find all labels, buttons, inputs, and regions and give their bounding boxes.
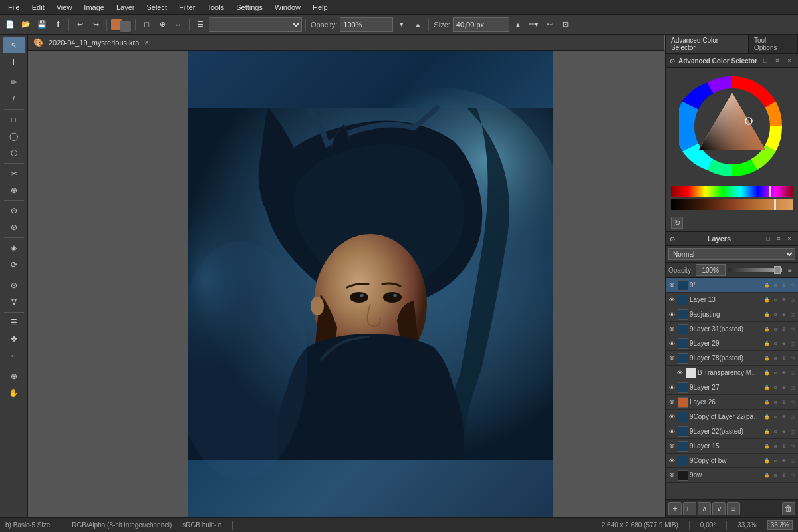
tool-zoom[interactable]: ☰ [3, 315, 25, 331]
tool-eyedropper[interactable]: ◈ [3, 240, 25, 256]
layer-item[interactable]: 👁 9adjusting 🔒 α ⊕ ◻ [666, 307, 798, 322]
tool-ellipse[interactable]: ◯ [3, 128, 25, 144]
layer-eye-1[interactable]: 👁 [667, 281, 676, 290]
layer-item[interactable]: 👁 Layer 26 🔒 α ⊕ ◻ [666, 395, 798, 410]
save-button[interactable]: 💾 [35, 17, 49, 32]
layer-eye-10[interactable]: 👁 [667, 412, 676, 422]
layer-mask-1[interactable]: ◻ [789, 281, 797, 289]
redo-button[interactable]: ↪ [88, 17, 103, 32]
panel-settings-btn[interactable]: ≡ [773, 56, 782, 65]
layer-item[interactable]: 👁 9Copy of Layer 22(pasted) 🔒 α ⊕ ◻ [666, 410, 798, 424]
layer-item[interactable]: 👁 9Layer 15 🔒 α ⊕ ◻ [666, 439, 798, 454]
tab-color-selector[interactable]: Advanced Color Selector [666, 35, 749, 53]
tool-select[interactable]: ↖ [3, 37, 25, 53]
layer-mask-2[interactable]: ◻ [789, 296, 797, 304]
layers-blend-select[interactable]: Normal Multiply Screen [668, 248, 795, 260]
delete-layer-btn[interactable]: 🗑 [782, 502, 795, 515]
menu-layer[interactable]: Layer [111, 2, 140, 13]
tool-crop[interactable]: ⊕ [3, 182, 25, 198]
tab-tool-options[interactable]: Tool: Options [749, 35, 798, 53]
color-wheel-container[interactable] [666, 68, 798, 185]
canvas-close-button[interactable]: × [144, 38, 149, 47]
eraser-btn[interactable]: ◻ [139, 17, 154, 32]
layer-eye-4[interactable]: 👁 [667, 325, 676, 334]
layer-eye-9[interactable]: 👁 [667, 398, 676, 407]
layer-eye-13[interactable]: 👁 [667, 456, 676, 466]
mirror-btn[interactable]: ↔ [171, 17, 186, 32]
layer-item[interactable]: 👁 9Layer 22(pasted) 🔒 α ⊕ ◻ [666, 424, 798, 439]
layer-pass-2[interactable]: ⊕ [780, 296, 788, 304]
tool-transform[interactable]: ✂ [3, 166, 25, 182]
layer-item[interactable]: 👁 9Layer 31(pasted) 🔒 α ⊕ ◻ [666, 322, 798, 336]
layer-pass-1[interactable]: ⊕ [780, 281, 788, 289]
panel-close-btn[interactable]: × [785, 56, 794, 65]
layer-item[interactable]: 👁 9Layer 27 🔒 α ⊕ ◻ [666, 380, 798, 395]
new-button[interactable]: 📄 [3, 17, 17, 32]
add-layer-btn[interactable]: + [668, 502, 682, 515]
tool-measure[interactable]: ∇ [3, 294, 25, 310]
brush-preset-btn[interactable]: ☰ [193, 17, 207, 32]
layer-eye-6[interactable]: 👁 [667, 354, 676, 363]
layer-item[interactable]: 👁 Layer 13 🔒 α ⊕ ◻ [666, 293, 798, 307]
tool-line[interactable]: / [3, 91, 25, 107]
opacity-input[interactable] [340, 17, 393, 32]
pen-pressure[interactable]: ✏▾ [527, 17, 541, 32]
tool-pan[interactable]: ✥ [3, 331, 25, 347]
tool-text[interactable]: T [3, 54, 25, 70]
menu-settings[interactable]: Settings [231, 2, 268, 13]
tool-gradient[interactable]: ⊘ [3, 219, 25, 235]
layer-eye-14[interactable]: 👁 [667, 471, 676, 480]
tool-freehand[interactable]: ✏ [3, 74, 25, 90]
duplicate-layer-btn[interactable]: ≡ [727, 502, 740, 515]
open-button[interactable]: 📂 [19, 17, 33, 32]
tool-polygon[interactable]: ⬡ [3, 145, 25, 161]
tool-hand[interactable]: ✋ [3, 385, 25, 401]
size-up[interactable]: ▲ [511, 17, 525, 32]
undo-button[interactable]: ↩ [72, 17, 87, 32]
menu-view[interactable]: View [51, 2, 78, 13]
tool-rotate[interactable]: ↔ [3, 348, 25, 364]
color-wheel-svg[interactable] [679, 73, 785, 180]
tool-smart-patch[interactable]: ⟳ [3, 257, 25, 273]
layer-item[interactable]: 👁 9Layer 29 🔒 α ⊕ ◻ [666, 336, 798, 351]
tool-move[interactable]: ⊕ [3, 368, 25, 384]
layer-item[interactable]: 👁 9Copy of bw 🔒 α ⊕ ◻ [666, 454, 798, 468]
layer-item[interactable]: 👁 B Transparency Mask 1 🔒 α ⊕ ◻ [666, 366, 798, 380]
tool-assistant[interactable]: ⊙ [3, 277, 25, 293]
color-refresh-btn[interactable]: ↻ [671, 217, 683, 229]
tool-fill[interactable]: ⊙ [3, 203, 25, 219]
layers-float-btn[interactable]: □ [763, 234, 773, 243]
size-input[interactable] [453, 17, 509, 32]
brush-mode-btn[interactable]: ⊕ [155, 17, 170, 32]
layer-eye-7[interactable]: 👁 [675, 368, 684, 378]
crop-tool[interactable]: ⊡ [559, 17, 573, 32]
layer-item[interactable]: 👁 9Layer 78(pasted) 🔒 α ⊕ ◻ [666, 351, 798, 366]
color-spectrum-bar[interactable] [671, 186, 793, 198]
layer-item[interactable]: 👁 9bw 🔒 α ⊕ ◻ [666, 468, 798, 483]
menu-edit[interactable]: Edit [27, 2, 50, 13]
export-button[interactable]: ⬆ [51, 17, 65, 32]
color-bg[interactable] [120, 21, 132, 33]
layer-item[interactable]: 👁 9/ 🔒 α ⊕ ◻ [666, 278, 798, 293]
menu-file[interactable]: File [3, 2, 25, 13]
menu-window[interactable]: Window [269, 2, 306, 13]
zoom-button[interactable]: 33,3% [767, 520, 793, 530]
menu-tools[interactable]: Tools [202, 2, 230, 13]
layers-close-btn[interactable]: × [785, 234, 794, 243]
layer-alpha-2[interactable]: α [771, 296, 779, 304]
layer-alpha-1[interactable]: α [771, 281, 779, 289]
layers-opacity-menu[interactable]: ≡ [785, 267, 795, 274]
panel-float-btn[interactable]: □ [761, 56, 770, 65]
layer-eye-5[interactable]: 👁 [667, 339, 676, 348]
opacity-up[interactable]: ▲ [410, 17, 425, 32]
layer-lock-2[interactable]: 🔒 [763, 296, 771, 304]
group-layer-btn[interactable]: □ [683, 502, 696, 515]
opacity-dropdown[interactable]: ▾ [394, 17, 409, 32]
mirror-canvas[interactable]: ⬷ [543, 17, 557, 32]
layers-settings-btn[interactable]: ≡ [774, 234, 783, 243]
layer-eye-3[interactable]: 👁 [667, 310, 676, 319]
layer-eye-12[interactable]: 👁 [667, 442, 676, 451]
layers-opacity-input[interactable] [696, 264, 726, 276]
layer-eye-11[interactable]: 👁 [667, 427, 676, 436]
menu-image[interactable]: Image [78, 2, 110, 13]
